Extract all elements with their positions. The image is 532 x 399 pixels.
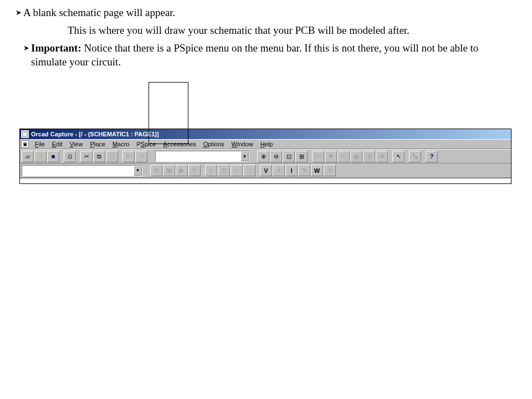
zoom-all-icon[interactable]: ⊞ xyxy=(295,151,308,162)
toolbar-main: ▱ ⌂ ■ ⎙ ✂ ⧉ ☐ ↶ ↷ ▼ ⊕ ⊖ ⊡ ⊞ U? ⚑ ℕ ▦ ≣ 〓… xyxy=(20,149,511,163)
run-icon[interactable]: ▶ xyxy=(176,165,188,176)
sim-profile-combo[interactable]: ▼ xyxy=(22,165,142,176)
save-icon[interactable]: ■ xyxy=(47,151,59,162)
app-icon: ⊞ xyxy=(21,130,29,138)
important-label: Important: xyxy=(31,42,81,54)
marker3-icon[interactable]: ☉ xyxy=(231,165,243,176)
bullet-glyph: ➤ xyxy=(16,6,22,20)
select-icon[interactable]: ↖ xyxy=(392,151,405,162)
cross-ref-icon[interactable]: ▦ xyxy=(350,151,362,162)
drc-icon[interactable]: ⚑ xyxy=(325,151,337,162)
bom-icon[interactable]: ≣ xyxy=(363,151,375,162)
document-body: ➤ A blank schematic page will appear. Th… xyxy=(0,0,532,69)
copy-icon[interactable]: ⧉ xyxy=(93,151,105,162)
open-icon[interactable]: ⌂ xyxy=(34,151,47,162)
w-icon[interactable]: W xyxy=(311,165,323,176)
edit-sim-icon[interactable]: ▦ xyxy=(163,165,175,176)
new-icon[interactable]: ▱ xyxy=(22,151,34,162)
new-sim-icon[interactable]: ▤ xyxy=(150,165,162,176)
toolbar-sim: ▼ ▤ ▦ ▶ ↻ ◎ ⦿ ☉ ☉ V ↯ I ↯ W ↯ xyxy=(20,163,511,178)
bullet-glyph: ➤ xyxy=(23,41,29,55)
paste-icon[interactable]: ☐ xyxy=(106,151,118,162)
undo-icon[interactable]: ↶ xyxy=(122,151,135,162)
titlebar: ⊞ Orcad Capture - [/ - (SCHEMATIC1 : PAG… xyxy=(20,129,511,139)
v-off-icon[interactable]: ↯ xyxy=(273,165,285,176)
menu-window[interactable]: Window xyxy=(228,140,257,148)
marker2-icon[interactable]: ⦿ xyxy=(218,165,230,176)
marker1-icon[interactable]: ◎ xyxy=(205,165,217,176)
menu-macro[interactable]: Macro xyxy=(109,140,134,148)
chevron-down-icon[interactable]: ▼ xyxy=(241,151,249,161)
i-off-icon[interactable]: ↯ xyxy=(298,165,310,176)
bullet-1: ➤ A blank schematic page will appear. xyxy=(16,6,508,20)
i-icon[interactable]: I xyxy=(285,165,298,176)
misc-icon[interactable]: 〓 xyxy=(376,151,388,162)
annotate-icon[interactable]: U? xyxy=(312,151,324,162)
help-icon[interactable]: ? xyxy=(426,151,438,162)
chevron-down-icon[interactable]: ▼ xyxy=(134,166,142,176)
zoom-in-icon[interactable]: ⊕ xyxy=(257,151,269,162)
part-combo[interactable]: ▼ xyxy=(155,151,249,162)
menu-help[interactable]: Help xyxy=(257,140,277,148)
bullet-1-text: A blank schematic page will appear. xyxy=(23,6,175,20)
menubar: ▣ File Edit View Place Macro PSpice Acce… xyxy=(20,139,511,149)
callout-pspice-highlight xyxy=(149,82,188,144)
orcad-window: ⊞ Orcad Capture - [/ - (SCHEMATIC1 : PAG… xyxy=(19,129,511,184)
redo-icon[interactable]: ↷ xyxy=(135,151,147,162)
menu-view[interactable]: View xyxy=(66,140,87,148)
menu-place[interactable]: Place xyxy=(86,140,109,148)
bullet-2-text: This is where you will draw your schemat… xyxy=(68,23,508,38)
cut-icon[interactable]: ✂ xyxy=(80,151,93,162)
zoom-out-icon[interactable]: ⊖ xyxy=(270,151,282,162)
hierarchy-icon[interactable]: ᵀₐ xyxy=(409,151,421,162)
menu-options[interactable]: Options xyxy=(200,140,228,148)
menu-edit[interactable]: Edit xyxy=(49,140,66,148)
print-icon[interactable]: ⎙ xyxy=(64,151,76,162)
netlist-icon[interactable]: ℕ xyxy=(337,151,350,162)
bullet-3-text: Important: Notice that there is a PSpice… xyxy=(31,41,508,69)
zoom-area-icon[interactable]: ⊡ xyxy=(283,151,295,162)
marker4-icon[interactable]: ☉ xyxy=(243,165,255,176)
results-icon[interactable]: ↻ xyxy=(188,165,201,176)
window-title: Orcad Capture - [/ - (SCHEMATIC1 : PAGE1… xyxy=(31,131,159,137)
system-menu-icon[interactable]: ▣ xyxy=(21,140,29,148)
menu-file[interactable]: File xyxy=(32,140,49,148)
bullet-3: ➤ Important: Notice that there is a PSpi… xyxy=(23,41,508,69)
schematic-canvas-edge xyxy=(20,178,511,183)
bullet-3-rest: Notice that there is a PSpice menu on th… xyxy=(31,42,478,68)
w-off-icon[interactable]: ↯ xyxy=(324,165,336,176)
v-icon[interactable]: V xyxy=(260,165,272,176)
